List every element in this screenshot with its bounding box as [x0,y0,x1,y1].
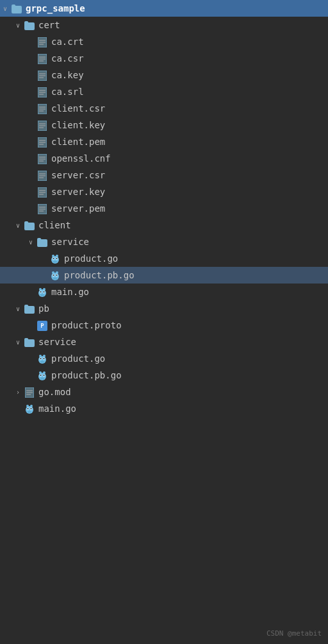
tree-item-label: server.csr [49,170,105,180]
file-icon [36,37,49,47]
chevron-icon: ∨ [13,305,23,312]
go-file-icon [36,287,49,298]
tree-item-label: product.pb.go [62,270,135,280]
file-icon [36,203,49,214]
tree-item-label: openssl.cnf [49,153,111,164]
tree-item-ca.crt[interactable]: ca.crt [0,33,328,50]
tree-item-product.proto[interactable]: Pproduct.proto [0,317,328,334]
svg-point-84 [40,360,44,362]
svg-point-103 [28,408,29,409]
tree-item-openssl.cnf[interactable]: openssl.cnf [0,150,328,167]
tree-item-label: client.csr [49,103,105,114]
svg-point-75 [44,291,45,292]
tree-item-server.csr[interactable]: server.csr [0,167,328,183]
tree-item-client_service_product.go[interactable]: product.go [0,250,328,267]
tree-item-label: cert [36,20,60,30]
tree-item-label: server.key [49,187,105,197]
chevron-icon: ∨ [13,22,23,29]
tree-item-root[interactable]: ∨ grpc_sample [0,0,328,17]
tree-item-go.mod[interactable]: › go.mod [0,384,328,400]
tree-item-pb[interactable]: ∨ pb [0,300,328,317]
svg-point-107 [30,405,33,407]
tree-item-label: ca.crt [49,37,84,47]
tree-item-label: ca.key [49,70,84,80]
folder-icon [36,237,49,247]
file-icon [36,170,49,181]
tree-item-label: go.mod [36,387,71,397]
tree-item-label: client.key [49,120,105,130]
svg-point-92 [40,377,44,379]
tree-item-label: service [36,337,76,347]
svg-point-74 [40,291,42,292]
tree-item-client.key[interactable]: client.key [0,117,328,133]
file-icon [36,87,49,97]
svg-point-78 [43,288,45,291]
chevron-icon: ∨ [13,339,23,346]
svg-point-104 [31,408,32,409]
tree-item-client_main.go[interactable]: main.go [0,284,328,300]
svg-point-61 [52,255,54,257]
file-icon [36,120,49,131]
svg-point-86 [43,355,45,357]
svg-point-91 [44,375,45,376]
tree-item-client.csr[interactable]: client.csr [0,100,328,117]
tree-item-label: product.proto [49,320,122,330]
tree-item-service_product.go[interactable]: product.go [0,350,328,367]
file-icon [36,103,49,114]
svg-point-105 [28,411,31,412]
chevron-icon: ∨ [13,222,23,229]
svg-point-62 [56,255,58,257]
folder-icon [10,3,23,13]
go-file-icon [49,253,62,264]
tree-item-service[interactable]: ∨ service [0,334,328,350]
go-file-icon [36,370,49,381]
tree-item-client.pem[interactable]: client.pem [0,133,328,150]
tree-item-ca.csr[interactable]: ca.csr [0,50,328,67]
tree-item-server.pem[interactable]: server.pem [0,200,328,217]
svg-point-58 [53,258,54,259]
file-icon [36,70,49,81]
chevron-icon: ∨ [26,239,36,246]
chevron-icon: › [13,389,23,396]
go-file-icon [23,403,36,414]
tree-item-service_product.pb.go[interactable]: product.pb.go [0,367,328,384]
svg-point-76 [40,294,44,296]
file-icon [23,387,36,398]
tree-item-label: product.pb.go [49,370,122,380]
tree-item-label: service [49,237,89,247]
svg-point-85 [39,355,42,357]
watermark: CSDN @metabit [266,629,322,638]
chevron-icon: ∨ [0,5,10,12]
svg-point-77 [39,288,42,291]
file-icon [36,187,49,198]
svg-point-82 [40,358,42,359]
svg-point-93 [39,371,42,374]
file-icon [36,153,49,164]
tree-item-main.go[interactable]: main.go [0,400,328,417]
tree-item-label: grpc_sample [23,3,85,13]
tree-item-label: client.pem [49,137,105,147]
tree-item-label: main.go [36,403,76,414]
tree-item-ca.key[interactable]: ca.key [0,67,328,83]
tree-item-ca.srl[interactable]: ca.srl [0,83,328,100]
tree-item-server.key[interactable]: server.key [0,183,328,200]
svg-point-68 [53,277,57,279]
folder-icon [23,220,36,230]
go-file-icon [49,270,62,281]
file-tree: ∨ grpc_sample∨ cert ca.crt ca.csr ca.key [0,0,328,430]
tree-item-client_service_product.pb.go[interactable]: product.pb.go [0,267,328,284]
tree-item-label: pb [36,303,49,314]
go-file-icon [36,353,49,364]
tree-item-cert[interactable]: ∨ cert [0,17,328,33]
svg-point-90 [40,375,42,376]
svg-point-94 [43,371,45,374]
tree-item-label: product.go [62,253,118,264]
tree-item-client[interactable]: ∨ client [0,217,328,233]
proto-file-icon: P [36,320,49,331]
svg-point-67 [56,275,58,276]
file-icon [36,53,49,64]
svg-point-59 [56,258,58,259]
folder-icon [23,337,36,347]
svg-point-69 [52,271,54,274]
tree-item-client_service[interactable]: ∨ service [0,233,328,250]
